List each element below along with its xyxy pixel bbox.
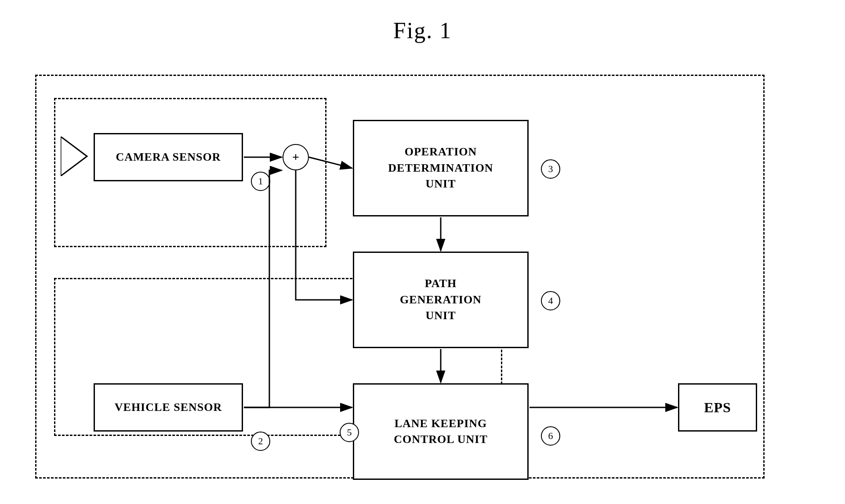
summing-junction: +: [283, 144, 309, 170]
signal-node-2: 2: [251, 432, 270, 451]
camera-sensor-box: CAMERA SENSOR: [94, 133, 243, 181]
figure-title: Fig. 1: [393, 18, 452, 43]
lane-keeping-box: LANE KEEPING CONTROL UNIT: [353, 383, 529, 480]
eps-box: EPS: [678, 383, 757, 432]
outer-boundary-box: CAMERA SENSOR VEHICLE SENSOR OPERATION D…: [35, 75, 765, 479]
signal-node-1: 1: [251, 172, 270, 191]
vehicle-sensor-box: VEHICLE SENSOR: [94, 383, 243, 432]
signal-node-6: 6: [541, 426, 560, 446]
path-generation-box: PATH GENERATION UNIT: [353, 252, 529, 348]
svg-marker-0: [61, 137, 87, 176]
signal-node-5: 5: [340, 423, 359, 442]
page: Fig. 1 CAMERA SENSOR VEHICLE SENSOR OPER…: [0, 0, 845, 504]
signal-node-4: 4: [541, 291, 560, 310]
camera-icon: [61, 137, 91, 176]
operation-determination-box: OPERATION DETERMINATION UNIT: [353, 120, 529, 216]
signal-node-3: 3: [541, 159, 560, 179]
